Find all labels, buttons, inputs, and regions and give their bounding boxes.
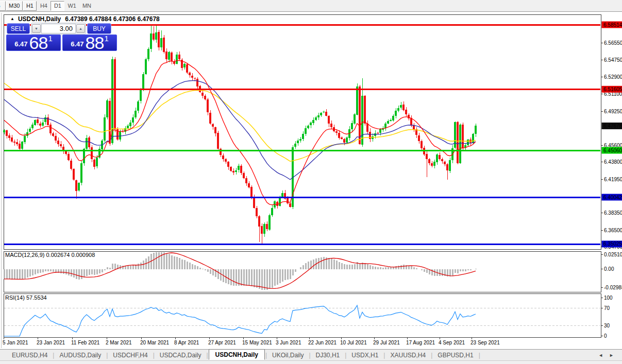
price-badge-label: 6.51605 [603,86,622,92]
status-strip [0,360,622,364]
moving-average-line [4,80,476,179]
price-axis-tick-label: 6.56550 [604,40,622,46]
chart-tabs: EURUSD,H4|AUDUSD,Daily|USDCHF,H4|USDCAD,… [7,350,481,360]
price-badge-label: 6.47678 [603,123,622,129]
price-badge-label: 6.45060 [603,148,622,153]
date-label: 29 Jul 2021 [373,340,400,345]
price-badge-label: 6.58514 [603,22,622,28]
indicator-axis-label: 0 [604,333,607,339]
date-label: 20 Mar 2021 [140,340,170,345]
timeframe-button-m30[interactable]: M30 [6,1,23,11]
scroll-left-icon[interactable]: ◄ [598,353,603,358]
indicator-axis-label: 0.00 [604,266,614,272]
indicator-axis-label: 30 [604,323,610,328]
rsi-name: RSI(14) [5,294,25,301]
timeframe-toolbar: 5M30H1H4D1W1MN [0,0,622,12]
chart-tab-audusd-daily[interactable]: AUDUSD,Daily [55,351,106,360]
macd-values: 0.002674 0.000908 [46,252,95,258]
rsi-line [4,305,476,336]
date-label: 23 Sep 2021 [470,340,500,345]
volume-increase-button[interactable]: ▲ [76,24,85,33]
one-click-trading-panel: SELL ▼ 3.00 ▲ BUY 6.47681 6.47881 [6,23,117,51]
indicator-axis-label: 100 [604,295,613,301]
chevron-up-icon: ▲ [79,27,82,30]
chart-tab-usdcad-daily[interactable]: USDCAD,Daily [155,351,206,360]
chart-pane[interactable] [4,293,601,337]
price-axis-tick-label: 6.36500 [604,228,622,233]
timeframe-button-h4[interactable]: H4 [37,1,51,11]
scroll-right-icon[interactable]: ► [609,353,614,358]
price-axis-tick-label: 6.52900 [604,74,622,80]
buy-price-display[interactable]: 6.47881 [62,34,117,51]
date-label: 27 Apr 2021 [208,340,236,345]
price-axis-tick-label: 6.38350 [604,210,622,216]
buy-price-pips: 88 [86,36,104,50]
sell-price-pips: 68 [29,36,48,50]
chart-tab-dj30-h1[interactable]: DJ30,H1 [311,351,345,360]
volume-decrease-button[interactable]: ▼ [32,24,41,33]
chart-title: ▲USDCNH,Daily6.47389 6.47884 6.47306 6.4… [10,15,160,23]
price-badge-label: 6.40042 [603,195,622,200]
timeframe-button-5[interactable]: 5 [0,1,6,11]
date-label: 17 Aug 2021 [406,340,435,345]
macd-name: MACD(12,26,9) [5,252,44,258]
timeframe-button-h1[interactable]: H1 [23,1,37,11]
price-chart[interactable]: 6.565506.547506.529006.511006.492506.456… [0,0,622,364]
chart-tab-xauusd-h4[interactable]: XAUUSD,H4 [385,351,430,360]
tab-scroll-arrows: ◄ ► [598,353,614,358]
chart-tab-usdcnh-daily[interactable]: USDCNH,Daily [209,349,265,360]
date-label: 15 May 2021 [242,340,272,345]
date-label: 23 Jan 2021 [37,340,65,345]
price-badge-label: 6.35025 [603,241,622,247]
date-label: 5 Jan 2021 [3,340,28,345]
rsi-indicator-label: RSI(14) 57.5534 [5,294,47,301]
sell-price-point: 1 [48,34,52,43]
chart-tab-usdx-h1[interactable]: USDX,H1 [347,351,383,360]
buy-button[interactable]: BUY [87,23,111,34]
timeframe-button-d1[interactable]: D1 [51,1,64,11]
indicator-axis-label: 70 [604,305,610,311]
moving-average-line [4,60,476,205]
date-label: 3 Jun 2021 [276,340,301,345]
date-label: 10 Jul 2021 [340,340,367,345]
chart-tab-usdchf-h4[interactable]: USDCHF,H4 [108,351,152,360]
date-label: 8 Apr 2021 [174,340,199,345]
symbol-period-label: USDCNH,Daily [18,15,61,23]
timeframe-button-w1[interactable]: W1 [64,1,79,11]
chart-tab-eurusd-h4[interactable]: EURUSD,H4 [7,351,52,360]
sell-price-prefix: 6.47 [14,40,27,48]
buy-price-point: 1 [104,34,108,43]
indicator-axis-label: 0.025108 [604,252,622,257]
timeframe-button-mn[interactable]: MN [79,1,94,11]
ohlc-values: 6.47389 6.47884 6.47306 6.47678 [65,15,160,23]
collapse-panel-icon[interactable]: ▲ [10,16,14,21]
tab-separator: | [478,352,481,359]
price-axis-tick-label: 6.49250 [604,109,622,114]
rsi-value: 57.5534 [26,294,47,301]
chart-tab-ukoil-daily[interactable]: UKOil,Daily [267,351,308,360]
buy-price-prefix: 6.47 [71,40,83,48]
chevron-down-icon: ▼ [35,27,38,30]
macd-signal-line [4,253,476,288]
indicator-axis-label: -0.02988 [604,285,622,290]
volume-input[interactable]: 3.00 [41,24,76,33]
sell-price-display[interactable]: 6.47681 [6,34,61,51]
chart-tab-gbpusd-h1[interactable]: GBPUSD,H1 [433,351,478,360]
sell-button[interactable]: SELL [7,23,30,34]
chart-tab-bar: EURUSD,H4|AUDUSD,Daily|USDCHF,H4|USDCAD,… [0,349,622,360]
date-label: 4 Sep 2021 [439,340,465,345]
date-label: 22 Jun 2021 [308,340,337,345]
price-axis-tick-label: 6.54750 [604,57,622,63]
price-axis-tick-label: 6.41950 [604,177,622,182]
macd-indicator-label: MACD(12,26,9) 0.002674 0.000908 [5,252,95,258]
date-label: 11 Feb 2021 [71,340,100,345]
price-axis-tick-label: 6.43800 [604,159,622,165]
date-label: 2 Mar 2021 [106,340,132,345]
